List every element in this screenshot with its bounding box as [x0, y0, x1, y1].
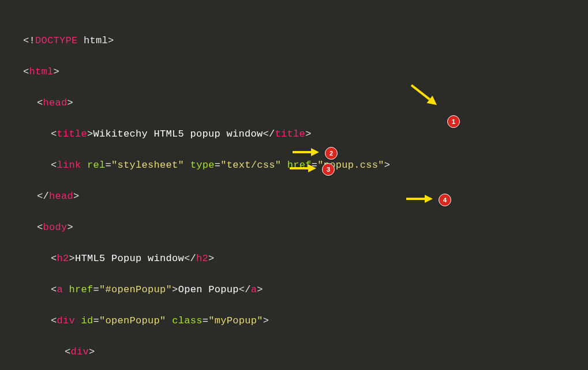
code-line: <div>	[23, 344, 588, 360]
annotation-badge-2: 2	[325, 147, 338, 160]
code-line: <head>	[23, 95, 588, 111]
code-line: </head>	[23, 188, 588, 204]
svg-marker-5	[308, 164, 316, 172]
annotation-badge-1: 1	[447, 115, 460, 128]
code-block: <!DOCTYPE html> <html> <head> <title>Wik…	[0, 0, 588, 370]
arrow-icon	[291, 147, 320, 157]
code-line: <a href="#openPopup">Open Popup</a>	[23, 282, 588, 297]
arrow-icon	[289, 163, 317, 173]
svg-marker-7	[425, 195, 433, 203]
code-line: <title>Wikitechy HTML5 popup window</tit…	[23, 126, 588, 142]
svg-marker-3	[311, 148, 319, 156]
annotation-badge-4: 4	[439, 194, 451, 206]
arrow-icon	[405, 194, 434, 204]
code-line: <div id="openPopup" class="myPopup">	[23, 313, 588, 329]
code-line: <html>	[23, 64, 588, 80]
code-line: <!DOCTYPE html>	[23, 33, 588, 48]
code-line: <h2>HTML5 Popup window</h2>	[23, 251, 588, 266]
annotation-badge-3: 3	[322, 163, 335, 176]
code-line: <body>	[23, 220, 588, 235]
